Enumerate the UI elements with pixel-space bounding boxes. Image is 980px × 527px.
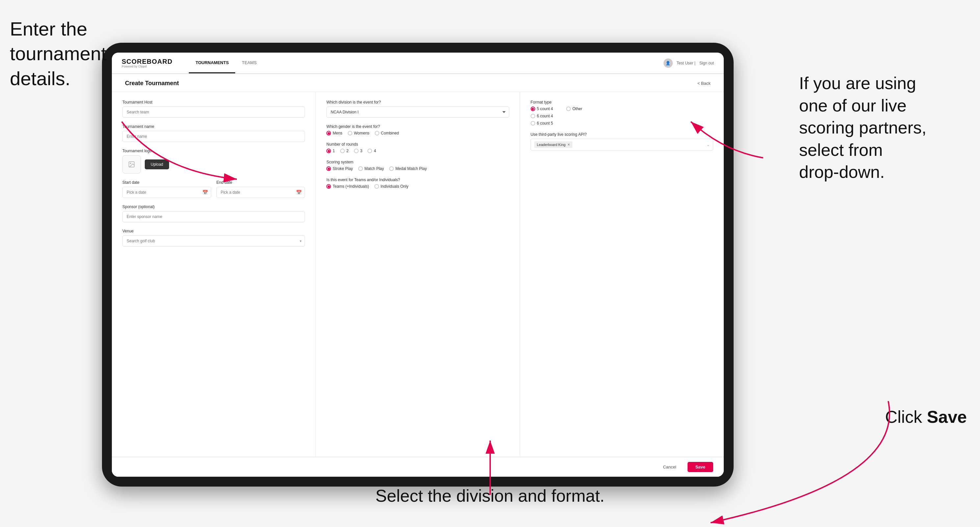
scoring-stroke-radio[interactable] bbox=[326, 167, 331, 171]
format-type-group: Format type 5 count 4 6 count bbox=[531, 100, 713, 125]
sponsor-input[interactable] bbox=[123, 211, 305, 222]
format-5count4-radio[interactable] bbox=[531, 106, 535, 111]
division-select[interactable]: NCAA Division I bbox=[326, 106, 509, 118]
gender-combined[interactable]: Combined bbox=[375, 131, 399, 135]
rounds-1[interactable]: 1 bbox=[326, 149, 335, 153]
format-5count4[interactable]: 5 count 4 bbox=[531, 106, 553, 111]
tournament-logo-group: Tournament logo Upload bbox=[123, 149, 305, 174]
format-6count4-radio[interactable] bbox=[531, 114, 535, 118]
rounds-1-label: 1 bbox=[332, 149, 335, 153]
end-calendar-icon: 📅 bbox=[296, 190, 302, 195]
event-type-individuals-radio[interactable] bbox=[374, 184, 379, 189]
scoring-match-radio[interactable] bbox=[358, 167, 363, 171]
tab-teams[interactable]: TEAMS bbox=[235, 52, 263, 73]
tournament-host-input[interactable] bbox=[123, 106, 305, 118]
scoring-medal-match[interactable]: Medal Match Play bbox=[389, 167, 427, 171]
end-date-label: End date bbox=[216, 180, 305, 185]
scoring-api-input[interactable]: Leaderboard King × ⌄ bbox=[531, 139, 713, 151]
sign-out-link[interactable]: Sign out bbox=[699, 61, 714, 65]
tournament-name-group: Tournament name bbox=[123, 124, 305, 142]
page-header: Create Tournament < Back bbox=[112, 74, 724, 92]
rounds-2-radio[interactable] bbox=[340, 149, 345, 153]
scoring-medal-radio[interactable] bbox=[389, 167, 394, 171]
rounds-3[interactable]: 3 bbox=[354, 149, 363, 153]
format-type-options: 5 count 4 6 count 4 6 count 5 bbox=[531, 106, 713, 125]
tournament-name-input[interactable] bbox=[123, 131, 305, 142]
format-6count5[interactable]: 6 count 5 bbox=[531, 121, 553, 125]
format-col-left: 5 count 4 6 count 4 6 count 5 bbox=[531, 106, 553, 125]
user-avatar: 👤 bbox=[663, 59, 673, 68]
form-columns: Tournament Host Tournament name Tourname… bbox=[112, 92, 724, 457]
scoring-stroke[interactable]: Stroke Play bbox=[326, 167, 353, 171]
save-button[interactable]: Save bbox=[687, 462, 713, 472]
format-other-radio[interactable] bbox=[566, 106, 571, 111]
rounds-1-radio[interactable] bbox=[326, 149, 331, 153]
sponsor-group: Sponsor (optional) bbox=[123, 205, 305, 222]
annotation-top-left: Enter thetournamentdetails. bbox=[10, 16, 106, 91]
scoring-radio-group: Stroke Play Match Play Medal Match Play bbox=[326, 167, 509, 171]
gender-mens-label: Mens bbox=[332, 131, 342, 135]
rounds-4-radio[interactable] bbox=[368, 149, 372, 153]
date-row: Start date 📅 End date bbox=[123, 180, 305, 198]
gender-womens[interactable]: Womens bbox=[348, 131, 369, 135]
logo-area: SCOREBOARD Powered by Clippd bbox=[122, 58, 172, 68]
start-date-group: Start date 📅 bbox=[123, 180, 211, 198]
end-date-input[interactable] bbox=[216, 187, 305, 198]
scoring-api-label: Use third-party live scoring API? bbox=[531, 132, 713, 137]
rounds-2-label: 2 bbox=[347, 149, 349, 153]
rounds-4[interactable]: 4 bbox=[368, 149, 376, 153]
gender-mens[interactable]: Mens bbox=[326, 131, 342, 135]
format-6count5-radio[interactable] bbox=[531, 121, 535, 125]
format-other[interactable]: Other bbox=[566, 106, 582, 111]
end-date-group: End date 📅 bbox=[216, 180, 305, 198]
event-type-label: Is this event for Teams and/or Individua… bbox=[326, 178, 509, 182]
start-date-label: Start date bbox=[123, 180, 211, 185]
scoring-medal-label: Medal Match Play bbox=[395, 167, 427, 171]
rounds-3-label: 3 bbox=[360, 149, 363, 153]
format-6count4[interactable]: 6 count 4 bbox=[531, 114, 553, 118]
tab-tournaments[interactable]: TOURNAMENTS bbox=[189, 52, 235, 73]
scoring-api-tag: Leaderboard King × bbox=[534, 141, 573, 148]
rounds-group: Number of rounds 1 2 bbox=[326, 142, 509, 153]
scoring-match-label: Match Play bbox=[364, 167, 384, 171]
app-header: SCOREBOARD Powered by Clippd TOURNAMENTS… bbox=[112, 52, 724, 74]
event-type-teams[interactable]: Teams (+Individuals) bbox=[326, 184, 369, 189]
tournament-host-group: Tournament Host bbox=[123, 100, 305, 118]
rounds-label: Number of rounds bbox=[326, 142, 509, 147]
back-link[interactable]: < Back bbox=[697, 81, 711, 86]
format-type-label: Format type bbox=[531, 100, 713, 105]
form-area: Tournament Host Tournament name Tourname… bbox=[112, 92, 724, 477]
cancel-button[interactable]: Cancel bbox=[655, 462, 683, 472]
date-group: Start date 📅 End date bbox=[123, 180, 305, 198]
annotation-bottom-center: Select the division and format. bbox=[375, 485, 605, 507]
venue-chevron-icon: ▾ bbox=[300, 239, 302, 243]
upload-button[interactable]: Upload bbox=[145, 159, 169, 169]
rounds-3-radio[interactable] bbox=[354, 149, 359, 153]
form-footer: Cancel Save bbox=[112, 457, 724, 477]
app-content: Create Tournament < Back Tournament Host… bbox=[112, 74, 724, 477]
header-right: 👤 Test User | Sign out bbox=[663, 59, 714, 68]
start-date-input[interactable] bbox=[123, 187, 211, 198]
gender-womens-radio[interactable] bbox=[348, 131, 352, 135]
start-calendar-icon: 📅 bbox=[202, 190, 208, 195]
event-type-individuals[interactable]: Individuals Only bbox=[374, 184, 409, 189]
gender-group: Which gender is the event for? Mens Wome… bbox=[326, 124, 509, 135]
venue-group: Venue ▾ bbox=[123, 229, 305, 246]
scoring-api-value: Leaderboard King bbox=[537, 143, 565, 147]
gender-mens-radio[interactable] bbox=[326, 131, 331, 135]
annotation-top-right: If you are usingone of our livescoring p… bbox=[799, 72, 970, 183]
event-type-group: Is this event for Teams and/or Individua… bbox=[326, 178, 509, 189]
venue-input[interactable] bbox=[123, 235, 305, 246]
scoring-api-close-icon[interactable]: × bbox=[568, 142, 570, 147]
event-type-teams-radio[interactable] bbox=[326, 184, 331, 189]
event-type-individuals-label: Individuals Only bbox=[380, 184, 409, 189]
scoring-group: Scoring system Stroke Play Match Play bbox=[326, 160, 509, 171]
scoring-api-dropdown-icon[interactable]: ⌄ bbox=[706, 143, 710, 147]
scoring-match[interactable]: Match Play bbox=[358, 167, 384, 171]
rounds-2[interactable]: 2 bbox=[340, 149, 349, 153]
scoring-stroke-label: Stroke Play bbox=[332, 167, 353, 171]
tablet-frame: SCOREBOARD Powered by Clippd TOURNAMENTS… bbox=[102, 43, 733, 487]
annotation-bottom-right: Click Save bbox=[885, 406, 967, 429]
format-6count4-label: 6 count 4 bbox=[537, 114, 553, 118]
gender-combined-radio[interactable] bbox=[375, 131, 379, 135]
